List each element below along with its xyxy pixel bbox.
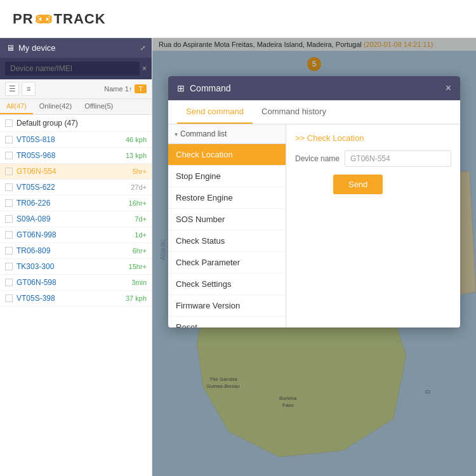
device-status: 3min [131, 279, 147, 286]
command-section-header[interactable]: ▾ Command list [168, 124, 286, 144]
chevron-down-icon: ▾ [175, 131, 178, 138]
command-modal: ⊞ Command × Send command Command history… [168, 76, 460, 327]
command-item[interactable]: Check Status [168, 230, 286, 252]
device-checkbox[interactable] [5, 279, 13, 286]
search-input[interactable] [5, 62, 140, 76]
search-bar: × [0, 58, 152, 79]
check-location-link[interactable]: >> Check Location [295, 133, 451, 143]
tab-all[interactable]: All(47) [0, 99, 33, 114]
list-icon[interactable]: ≡ [22, 82, 36, 96]
command-list-container: Check LocationStop EngineRestore EngineS… [168, 144, 286, 327]
device-status: 6hr+ [133, 247, 147, 255]
device-row[interactable]: TR06-809 6hr+ [0, 243, 152, 259]
filter-icon[interactable]: ☰ [5, 82, 19, 96]
send-button[interactable]: Send [333, 175, 383, 194]
device-checkbox[interactable] [5, 294, 13, 302]
command-item[interactable]: Check Parameter [168, 252, 286, 274]
device-status: 37 kph [126, 294, 147, 302]
tab-command-history[interactable]: Command history [253, 100, 335, 124]
device-name: TR06-809 [17, 246, 133, 255]
device-status: 13 kph [126, 152, 147, 159]
map-area: Rua do Aspirante Mota Freitas, Madeira I… [152, 38, 476, 476]
device-name: VT05S-622 [17, 183, 131, 192]
modal-header: ⊞ Command × [168, 76, 460, 100]
device-status: 46 kph [126, 136, 147, 143]
device-status: 5hr+ [133, 168, 147, 175]
device-name-row: Device name [295, 150, 451, 167]
modal-overlay: ⊞ Command × Send command Command history… [152, 38, 476, 476]
main-layout: 🖥 My device ⤢ × ☰ ≡ Name 1↑ T All(47) On… [0, 38, 476, 476]
device-checkbox[interactable] [5, 199, 13, 207]
tab-online[interactable]: Online(42) [33, 99, 78, 114]
detail-panel: >> Check Location Device name Send [286, 124, 460, 327]
device-row[interactable]: VT05S-398 37 kph [0, 291, 152, 307]
device-name: GT06N-554 [17, 167, 133, 176]
device-row[interactable]: TR06-226 16hr+ [0, 195, 152, 211]
device-checkbox[interactable] [5, 247, 13, 255]
device-row[interactable]: TR05S-968 13 kph [0, 148, 152, 164]
device-name: GT06N-598 [17, 278, 131, 287]
monitor-icon: 🖥 [6, 43, 15, 53]
device-name: TK303-300 [17, 262, 129, 271]
device-group-row: Default group (47) [0, 115, 152, 132]
command-item[interactable]: SOS Number [168, 209, 286, 230]
device-checkbox[interactable] [5, 215, 13, 223]
device-name-label: Device name [295, 154, 340, 163]
device-row[interactable]: VT05S-818 46 kph [0, 132, 152, 148]
modal-header-title: ⊞ Command [177, 83, 231, 93]
device-row[interactable]: VT05S-622 27d+ [0, 180, 152, 195]
device-status: 16hr+ [129, 199, 147, 207]
tabs-row: All(47) Online(42) Offline(5) [0, 99, 152, 115]
header: PR TRACK [0, 0, 476, 38]
group-label: Default group (47) [17, 119, 78, 128]
device-status: 15hr+ [129, 263, 147, 270]
command-item[interactable]: Check Settings [168, 274, 286, 295]
expand-icon[interactable]: ⤢ [140, 44, 145, 51]
search-clear-icon[interactable]: × [142, 64, 147, 73]
device-row[interactable]: GT06N-554 5hr+ [0, 164, 152, 180]
sidebar: 🖥 My device ⤢ × ☰ ≡ Name 1↑ T All(47) On… [0, 38, 152, 476]
device-checkbox[interactable] [5, 183, 13, 191]
modal-tabs: Send command Command history [168, 100, 460, 124]
command-section-label: Command list [180, 129, 227, 138]
device-name: GT06N-998 [17, 230, 135, 239]
device-name: TR06-226 [17, 199, 129, 208]
device-name-input[interactable] [345, 150, 451, 167]
device-list-container: VT05S-818 46 kph TR05S-968 13 kph GT06N-… [0, 132, 152, 307]
device-name: VT05S-398 [17, 294, 126, 303]
logo: PR TRACK [13, 10, 106, 28]
toolbar-bar: ☰ ≡ Name 1↑ T [0, 79, 152, 99]
modal-body: ▾ Command list Check LocationStop Engine… [168, 124, 460, 327]
device-checkbox[interactable] [5, 152, 13, 159]
tab-offline[interactable]: Offline(5) [78, 99, 119, 114]
modal-close-button[interactable]: × [446, 83, 451, 94]
name-sort: Name 1↑ T [104, 84, 147, 93]
logo-text-pre: PR [13, 11, 34, 27]
logo-text-post: TRACK [54, 11, 106, 27]
command-item[interactable]: Stop Engine [168, 166, 286, 187]
device-status: 1d+ [135, 231, 147, 239]
modal-title: Command [190, 83, 231, 93]
group-checkbox[interactable] [5, 119, 13, 127]
sidebar-header: 🖥 My device ⤢ [0, 38, 152, 58]
logo-icon [35, 10, 53, 28]
device-row[interactable]: TK303-300 15hr+ [0, 259, 152, 275]
filter-badge[interactable]: T [135, 84, 147, 93]
sidebar-header-left: 🖥 My device [6, 43, 56, 53]
device-row[interactable]: GT06N-998 1d+ [0, 227, 152, 243]
command-item[interactable]: Firmware Version [168, 295, 286, 317]
device-checkbox[interactable] [5, 136, 13, 143]
command-item[interactable]: Check Location [168, 144, 286, 166]
tab-send-command[interactable]: Send command [177, 100, 253, 124]
sidebar-title: My device [18, 43, 56, 53]
device-checkbox[interactable] [5, 168, 13, 175]
device-checkbox[interactable] [5, 263, 13, 270]
device-name: VT05S-818 [17, 135, 126, 144]
device-row[interactable]: S09A-089 7d+ [0, 211, 152, 227]
command-item[interactable]: Restore Engine [168, 187, 286, 209]
command-item[interactable]: Reset [168, 317, 286, 327]
device-row[interactable]: GT06N-598 3min [0, 275, 152, 291]
device-checkbox[interactable] [5, 231, 13, 239]
command-icon: ⊞ [177, 83, 185, 93]
device-list: Default group (47) VT05S-818 46 kph TR05… [0, 115, 152, 476]
